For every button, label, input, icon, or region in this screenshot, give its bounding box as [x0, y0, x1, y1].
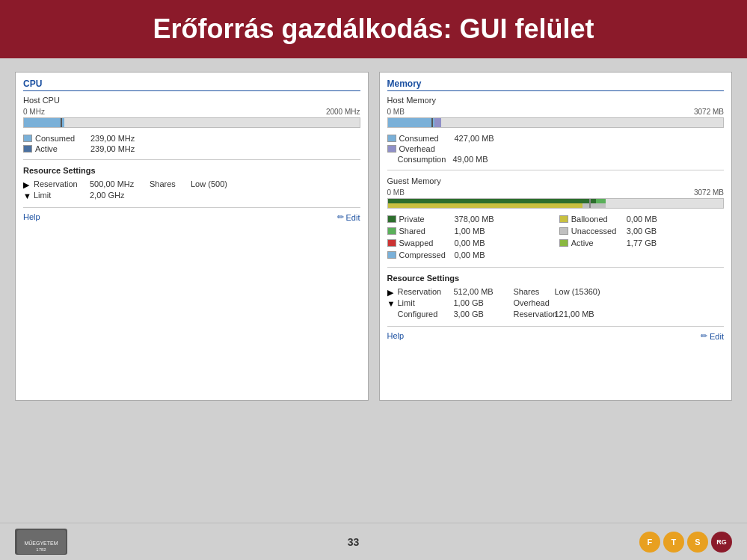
host-mem-bar-range: 0 MB 3072 MB [387, 108, 725, 116]
ballooned-color [559, 215, 568, 223]
compressed-value: 0,00 MB [455, 250, 485, 259]
mem-consumed-label: Consumed [399, 134, 452, 143]
guest-mem-legend: Private 378,00 MB Ballooned 0,00 MB Shar… [387, 215, 725, 261]
brand-f: F [639, 532, 660, 553]
private-color [387, 215, 396, 223]
swapped-color [387, 239, 396, 247]
limit-icon: ▼ [23, 191, 31, 199]
mem-configured-row: Configured 3,00 GB Reservation 121,00 MB [398, 310, 725, 319]
host-mem-bar-min: 0 MB [387, 108, 405, 116]
svg-text:MŰEGYETEM: MŰEGYETEM [24, 540, 58, 546]
cpu-consumed-bar [24, 118, 64, 127]
guest-bar-marker [589, 199, 591, 208]
edit-pencil-icon: ✏ [337, 212, 344, 222]
mem-reservation-value: 512,00 MB [454, 287, 514, 296]
memory-panel-title: Memory [387, 79, 725, 91]
shares-label: Shares [150, 179, 191, 188]
legend-private: Private 378,00 MB [387, 215, 552, 224]
private-value: 378,00 MB [455, 215, 494, 224]
mem-consumed-color [387, 135, 396, 142]
legend-swapped: Swapped 0,00 MB [387, 239, 552, 247]
active-value: 239,00 MHz [90, 144, 135, 153]
consumed-label: Consumed [35, 134, 87, 143]
limit-value: 2,00 GHz [90, 191, 150, 200]
mem-res-divider [387, 267, 725, 268]
cpu-bar-marker [61, 118, 62, 127]
cpu-bar [23, 117, 360, 128]
reservation-label: Reservation [34, 179, 90, 188]
reservation-icon: ▶ [23, 180, 31, 188]
ballooned-label: Ballooned [571, 215, 624, 224]
cpu-panel: CPU Host CPU 0 MHz 2000 MHz Consumed 239… [15, 72, 369, 401]
cpu-bar-max: 2000 MHz [326, 108, 360, 116]
unaccessed-value: 3,00 GB [627, 227, 657, 236]
host-mem-bar [387, 117, 725, 128]
shared-label: Shared [399, 227, 452, 236]
active-color [559, 239, 568, 247]
mem-overhead-color [387, 145, 396, 153]
legend-ballooned: Ballooned 0,00 MB [559, 215, 724, 224]
overhead-consumption-value: 49,00 MB [453, 155, 488, 164]
overhead-consumption-label: Consumption [398, 155, 450, 164]
overhead-reservation-label: Reservation [514, 310, 555, 319]
mem-shares-value: Low (15360) [555, 287, 600, 296]
compressed-label: Compressed [399, 250, 452, 259]
overhead-label: Overhead [514, 298, 555, 307]
mem-help-link[interactable]: Help [387, 331, 405, 341]
mem-resource-settings-title: Resource Settings [387, 274, 725, 283]
mem-help-edit-row: Help ✏ Edit [387, 326, 725, 341]
brand-rg: RG [711, 532, 732, 553]
cpu-bar-min: 0 MHz [23, 108, 45, 116]
cpu-edit-label: Edit [346, 213, 360, 222]
host-memory-label: Host Memory [387, 96, 725, 105]
active-mem-value: 1,77 GB [627, 239, 657, 247]
reservation-value: 500,00 MHz [90, 179, 150, 188]
page-title: Erőforrás gazdálkodás: GUI felület [0, 0, 747, 58]
host-mem-marker [431, 118, 433, 127]
memory-panel: Memory Host Memory 0 MB 3072 MB Consumed… [379, 72, 733, 401]
guest-mem-bar-min: 0 MB [387, 188, 405, 197]
university-logo: MŰEGYETEM 1782 [15, 529, 67, 555]
host-cpu-label: Host CPU [23, 96, 360, 105]
ballooned-value: 0,00 MB [627, 215, 657, 224]
shares-value: Low (500) [191, 179, 227, 188]
configured-label: Configured [398, 310, 454, 319]
cpu-reservation-row: ▶ Reservation 500,00 MHz Shares Low (500… [23, 179, 360, 188]
main-content: CPU Host CPU 0 MHz 2000 MHz Consumed 239… [0, 58, 747, 523]
cpu-edit-link[interactable]: ✏ Edit [337, 212, 360, 222]
cpu-bar-range: 0 MHz 2000 MHz [23, 108, 360, 116]
cpu-legend-consumed: Consumed 239,00 MHz [23, 134, 360, 143]
mem-shares-label: Shares [514, 287, 555, 296]
mem-consumed-value: 427,00 MB [455, 134, 494, 143]
guest-divider [387, 170, 725, 170]
legend-active: Active 1,77 GB [559, 239, 724, 247]
mem-limit-label: Limit [398, 298, 454, 307]
mem-legend-overhead-consumption: Consumption 49,00 MB [398, 155, 725, 164]
legend-compressed: Compressed 0,00 MB [387, 250, 552, 259]
configured-value: 3,00 GB [454, 310, 514, 319]
mem-edit-label: Edit [710, 332, 724, 341]
mem-legend-consumed: Consumed 427,00 MB [387, 134, 725, 143]
page-number: 33 [348, 536, 360, 548]
guest-mem-bar-range: 0 MB 3072 MB [387, 188, 725, 197]
mem-limit-icon: ▼ [387, 299, 395, 307]
compressed-color [387, 251, 396, 259]
guest-bar-active [388, 203, 582, 208]
cpu-help-edit-row: Help ✏ Edit [23, 207, 360, 222]
host-mem-overhead-bar [434, 118, 441, 127]
brand-logos: F T S RG [639, 532, 732, 553]
cpu-help-link[interactable]: Help [23, 212, 40, 222]
cpu-divider [23, 159, 360, 160]
cpu-panel-title: CPU [23, 79, 360, 91]
guest-mem-bar-max: 3072 MB [694, 188, 724, 197]
swapped-label: Swapped [399, 239, 452, 247]
consumed-value: 239,00 MHz [90, 134, 135, 143]
host-mem-consumed-bar [388, 118, 435, 127]
guest-bar-unaccessed [582, 203, 606, 208]
host-mem-bar-max: 3072 MB [694, 108, 724, 116]
active-label: Active [35, 144, 87, 153]
mem-reservation-row: ▶ Reservation 512,00 MB Shares Low (1536… [387, 287, 725, 296]
mem-edit-link[interactable]: ✏ Edit [701, 331, 724, 341]
brand-t: T [663, 532, 684, 553]
legend-shared: Shared 1,00 MB [387, 227, 552, 236]
